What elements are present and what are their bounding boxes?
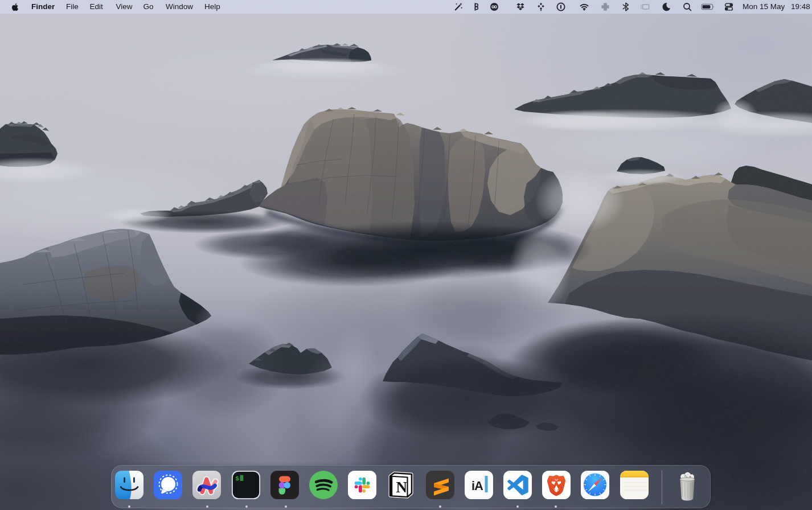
svg-text:iA: iA: [471, 479, 483, 493]
svg-text:N: N: [396, 479, 408, 496]
svg-text:$: $: [235, 475, 239, 482]
